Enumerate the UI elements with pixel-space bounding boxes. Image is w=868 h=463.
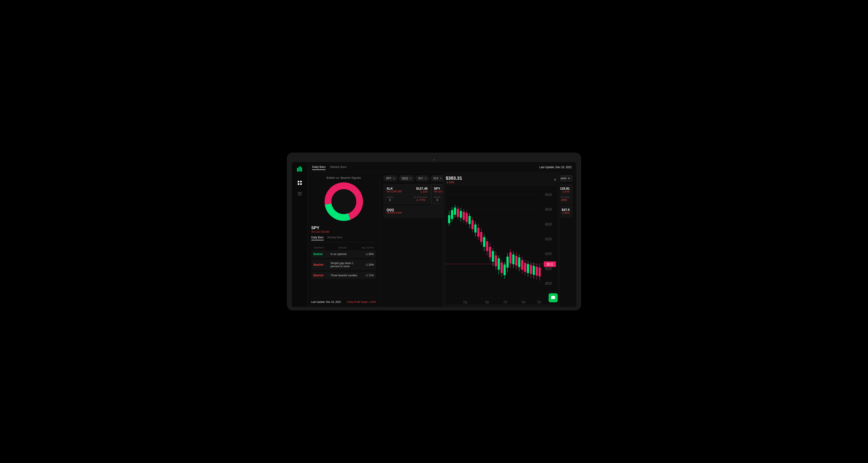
app-logo [297, 166, 303, 173]
svg-rect-86 [539, 268, 541, 276]
symbol-name: SPY [311, 226, 376, 230]
profit-xlk: -1.77% [413, 198, 428, 202]
svg-text:Nov: Nov [522, 300, 526, 304]
svg-rect-80 [530, 265, 532, 273]
chat-button[interactable] [549, 293, 558, 302]
svg-rect-44 [477, 228, 479, 236]
detail-tab-daily[interactable]: Daily Bars [311, 236, 324, 240]
svg-rect-66 [509, 253, 512, 263]
sidebar [292, 162, 308, 307]
filter-chip-spy[interactable]: SPY ✕ [383, 176, 397, 181]
left-footer-update: Last Update: Dec 16, 2022 [311, 300, 341, 303]
svg-text:383.31: 383.31 [547, 262, 553, 266]
svg-text:390.00: 390.00 [545, 281, 552, 285]
svg-rect-68 [513, 255, 515, 264]
svg-rect-82 [533, 266, 535, 274]
list-nav-icon[interactable] [296, 190, 304, 198]
signal-perf-0: -1.36% [360, 253, 374, 256]
chart-close-button[interactable]: ✕ [552, 177, 558, 183]
svg-rect-32 [460, 211, 462, 218]
svg-rect-72 [518, 258, 520, 267]
stock-card-xlk[interactable]: XLK Vol 11,867,600 $127.48 -1.32% [383, 184, 431, 204]
svg-text:410.00: 410.00 [545, 252, 552, 256]
stock-symbol-xlk: XLK [386, 187, 402, 190]
svg-text:Dec: Dec [537, 300, 541, 304]
svg-rect-48 [483, 237, 485, 247]
signals-xlk: 3 [386, 198, 393, 202]
svg-rect-7 [300, 183, 302, 185]
chart-header: $383.31 -1.63% ✕ [446, 176, 558, 184]
svg-rect-60 [501, 263, 503, 273]
svg-rect-26 [451, 210, 453, 219]
svg-rect-6 [298, 183, 299, 185]
donut-chart-title: Bullish vs. Bearish Signals [311, 176, 376, 179]
remove-xlk-icon[interactable]: ✕ [440, 177, 442, 180]
filter-chip-qqq[interactable]: QQQ ✕ [399, 176, 414, 181]
svg-rect-62 [504, 265, 506, 275]
profit-target-footer: 3-Day Profit Target -1.45% [347, 300, 376, 303]
svg-text:420.00: 420.00 [545, 237, 552, 241]
svg-rect-5 [300, 181, 302, 182]
remove-xly-icon[interactable]: ✕ [425, 177, 427, 180]
stock-change-xlre: -2.95% [562, 211, 569, 214]
signal-perf-1: -1.29% [360, 263, 374, 266]
signal-sentiment-0: Bullish [313, 253, 328, 256]
left-panel: Bullish vs. Bearish Signals SPY [308, 172, 380, 307]
svg-rect-40 [471, 221, 473, 229]
signal-perf-2: -1.71% [360, 274, 374, 277]
svg-rect-28 [454, 208, 456, 214]
svg-rect-52 [489, 247, 491, 257]
stock-price-xlre: $37.5 [562, 208, 569, 211]
chevron-down-icon: ▾ [568, 177, 569, 180]
tab-daily-bars[interactable]: Daily Bars [312, 164, 326, 170]
svg-rect-34 [463, 212, 465, 220]
signal-row-0[interactable]: Bullish In an uptrend -1.36% [311, 250, 376, 258]
detail-tab-weekly[interactable]: Weekly Bars [327, 236, 342, 240]
svg-rect-9 [298, 194, 302, 194]
filter-chip-xly[interactable]: XLY ✕ [416, 176, 429, 181]
svg-rect-3 [301, 168, 302, 172]
svg-rect-2 [300, 166, 301, 172]
svg-rect-70 [515, 256, 518, 265]
top-nav: Daily Bars Weekly Bars Last Update: Dec … [308, 162, 576, 172]
stock-change-xlk: -1.32% [416, 190, 428, 193]
svg-rect-8 [298, 192, 302, 193]
detail-tabs: Daily Bars Weekly Bars [311, 236, 376, 242]
tab-weekly-bars[interactable]: Weekly Bars [330, 164, 346, 170]
remove-spy-icon[interactable]: ✕ [393, 177, 395, 180]
signal-indicator-2: Three bearish candles [331, 274, 358, 277]
svg-text:Oct: Oct [504, 300, 507, 304]
stock-symbol-qqq: QQQ [386, 208, 402, 211]
stock-vol-qqq: Vol 63,674,300 [386, 211, 402, 214]
grid-nav-icon[interactable] [296, 179, 304, 187]
candlestick-chart: .candle-bull { fill: #00e676; stroke: #0… [446, 186, 558, 304]
nav-tabs: Daily Bars Weekly Bars [312, 164, 346, 170]
svg-rect-24 [448, 215, 450, 223]
svg-text:450.00: 450.00 [545, 193, 552, 197]
signals-header: Sentiment Indicator Avg. 3d Perf [311, 245, 376, 250]
svg-rect-46 [480, 232, 483, 241]
svg-text:Sep: Sep [485, 300, 489, 304]
svg-text:400.00: 400.00 [545, 267, 552, 271]
svg-rect-0 [297, 168, 298, 172]
svg-rect-58 [498, 258, 500, 269]
signal-indicator-0: In an uptrend [331, 253, 358, 256]
last-update-header: Last Update: Dec 16, 2022 [539, 166, 572, 169]
filter-chip-xlk[interactable]: XLK ✕ [431, 176, 444, 181]
signal-sentiment-2: Bearish [313, 274, 328, 277]
svg-rect-10 [298, 195, 302, 195]
donut-chart [311, 181, 376, 222]
signal-row-2[interactable]: Bearish Three bearish candles -1.71% [311, 271, 376, 279]
signal-row-1[interactable]: Bearish Simple gap down 1 percent or mor… [311, 259, 376, 270]
svg-rect-84 [536, 267, 538, 276]
chart-change: -1.63% [446, 181, 462, 184]
stock-price-xlk: $127.48 [416, 187, 428, 190]
remove-qqq-icon[interactable]: ✕ [409, 177, 411, 180]
signal-sentiment-1: Bearish [313, 263, 328, 266]
symbol-vol: Vol 110,723,000 [311, 230, 376, 233]
signals-table: Sentiment Indicator Avg. 3d Perf Bullish… [311, 245, 376, 281]
svg-rect-38 [469, 216, 471, 224]
stock-vol-xlk: Vol 11,867,600 [386, 190, 402, 193]
svg-text:440.00: 440.00 [545, 207, 552, 211]
svg-point-13 [331, 189, 356, 214]
